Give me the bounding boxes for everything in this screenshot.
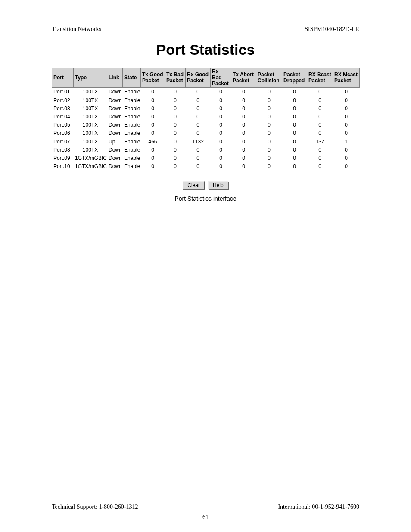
cell-link: Down xyxy=(107,146,123,154)
cell-rx-bad: 0 xyxy=(211,162,231,171)
cell-rx-bad: 0 xyxy=(211,154,231,162)
cell-rx-bcast: 0 xyxy=(307,112,333,121)
cell-state: Enable xyxy=(123,121,141,129)
cell-rx-mcast: 0 xyxy=(333,112,360,121)
cell-link: Down xyxy=(107,129,123,137)
cell-packet-collision: 0 xyxy=(256,88,282,96)
cell-packet-collision: 0 xyxy=(256,121,282,129)
col-port: Port xyxy=(52,68,74,88)
cell-packet-dropped: 0 xyxy=(282,154,307,162)
cell-port: Port.04 xyxy=(52,112,74,121)
cell-rx-good: 0 xyxy=(186,88,211,96)
cell-tx-abort: 0 xyxy=(231,96,256,104)
page-number: 61 xyxy=(0,514,411,521)
col-type: Type xyxy=(74,68,107,88)
cell-link: Down xyxy=(107,104,123,112)
cell-rx-bad: 0 xyxy=(211,112,231,121)
cell-state: Enable xyxy=(123,137,141,146)
cell-rx-good: 0 xyxy=(186,162,211,171)
cell-rx-bad: 0 xyxy=(211,88,231,96)
table-row: Port.06100TXDownEnable000000000 xyxy=(52,129,360,137)
cell-type: 100TX xyxy=(74,121,107,129)
cell-tx-good: 466 xyxy=(141,137,165,146)
footer-right: International: 00-1-952-941-7600 xyxy=(278,504,359,510)
cell-state: Enable xyxy=(123,162,141,171)
cell-packet-dropped: 0 xyxy=(282,104,307,112)
cell-port: Port.07 xyxy=(52,137,74,146)
cell-rx-bad: 0 xyxy=(211,96,231,104)
port-statistics-table: Port Type Link State Tx Good Packet Tx B… xyxy=(52,68,360,171)
cell-tx-bad: 0 xyxy=(165,121,186,129)
cell-rx-bcast: 0 xyxy=(307,154,333,162)
cell-rx-bcast: 0 xyxy=(307,162,333,171)
cell-tx-abort: 0 xyxy=(231,104,256,112)
cell-rx-good: 0 xyxy=(186,129,211,137)
header-left: Transition Networks xyxy=(52,26,101,33)
cell-rx-bcast: 0 xyxy=(307,129,333,137)
cell-tx-abort: 0 xyxy=(231,162,256,171)
table-row: Port.07100TXUpEnable4660113200001371 xyxy=(52,137,360,146)
table-row: Port.03100TXDownEnable000000000 xyxy=(52,104,360,112)
col-state: State xyxy=(123,68,141,88)
cell-port: Port.06 xyxy=(52,129,74,137)
cell-rx-mcast: 0 xyxy=(333,154,360,162)
col-rx-mcast: RX Mcast Packet xyxy=(333,68,360,88)
cell-link: Down xyxy=(107,162,123,171)
cell-tx-good: 0 xyxy=(141,88,165,96)
cell-packet-dropped: 0 xyxy=(282,96,307,104)
cell-packet-dropped: 0 xyxy=(282,112,307,121)
cell-rx-mcast: 0 xyxy=(333,88,360,96)
cell-tx-good: 0 xyxy=(141,154,165,162)
cell-link: Down xyxy=(107,154,123,162)
cell-tx-bad: 0 xyxy=(165,137,186,146)
button-row: Clear Help xyxy=(52,181,359,189)
cell-link: Down xyxy=(107,121,123,129)
cell-tx-abort: 0 xyxy=(231,112,256,121)
cell-rx-mcast: 0 xyxy=(333,104,360,112)
cell-state: Enable xyxy=(123,154,141,162)
cell-port: Port.08 xyxy=(52,146,74,154)
cell-port: Port.02 xyxy=(52,96,74,104)
cell-packet-collision: 0 xyxy=(256,104,282,112)
cell-packet-dropped: 0 xyxy=(282,129,307,137)
cell-tx-abort: 0 xyxy=(231,129,256,137)
cell-state: Enable xyxy=(123,88,141,96)
cell-tx-abort: 0 xyxy=(231,88,256,96)
col-packet-collision: Packet Collision xyxy=(256,68,282,88)
cell-port: Port.10 xyxy=(52,162,74,171)
cell-tx-bad: 0 xyxy=(165,146,186,154)
cell-rx-good: 0 xyxy=(186,96,211,104)
cell-link: Down xyxy=(107,88,123,96)
cell-packet-collision: 0 xyxy=(256,96,282,104)
cell-packet-collision: 0 xyxy=(256,154,282,162)
col-link: Link xyxy=(107,68,123,88)
cell-tx-bad: 0 xyxy=(165,88,186,96)
cell-rx-bcast: 0 xyxy=(307,88,333,96)
table-row: Port.02100TXDownEnable000000000 xyxy=(52,96,360,104)
cell-rx-mcast: 0 xyxy=(333,162,360,171)
cell-type: 1GTX/mGBIC xyxy=(74,162,107,171)
table-row: Port.04100TXDownEnable000000000 xyxy=(52,112,360,121)
cell-rx-bad: 0 xyxy=(211,146,231,154)
table-row: Port.101GTX/mGBICDownEnable000000000 xyxy=(52,162,360,171)
cell-rx-mcast: 0 xyxy=(333,121,360,129)
cell-type: 100TX xyxy=(74,104,107,112)
cell-rx-good: 0 xyxy=(186,112,211,121)
cell-rx-mcast: 1 xyxy=(333,137,360,146)
col-rx-bcast: RX Bcast Packet xyxy=(307,68,333,88)
help-button[interactable]: Help xyxy=(208,181,228,189)
cell-tx-abort: 0 xyxy=(231,146,256,154)
cell-type: 100TX xyxy=(74,137,107,146)
cell-packet-dropped: 0 xyxy=(282,146,307,154)
footer-left: Technical Support: 1-800-260-1312 xyxy=(52,504,138,510)
table-header-row: Port Type Link State Tx Good Packet Tx B… xyxy=(52,68,360,88)
col-rx-good: Rx Good Packet xyxy=(186,68,211,88)
table-row: Port.01100TXDownEnable000000000 xyxy=(52,88,360,96)
header-right: SISPM1040-182D-LR xyxy=(305,26,359,33)
col-rx-bad: Rx Bad Packet xyxy=(211,68,231,88)
col-tx-bad: Tx Bad Packet xyxy=(165,68,186,88)
cell-rx-bcast: 0 xyxy=(307,104,333,112)
clear-button[interactable]: Clear xyxy=(183,181,205,189)
cell-tx-bad: 0 xyxy=(165,112,186,121)
cell-type: 1GTX/mGBIC xyxy=(74,154,107,162)
